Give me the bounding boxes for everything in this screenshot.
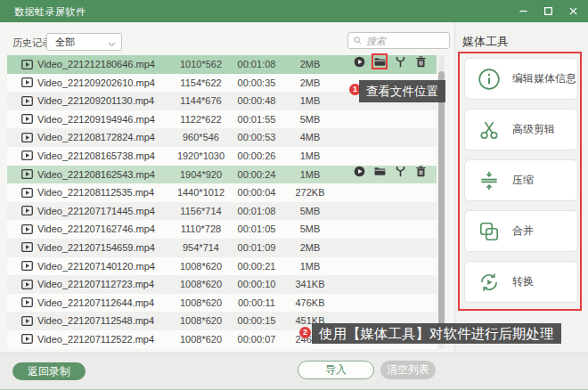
file-name: Video_221207162746.mp4 <box>37 220 155 239</box>
file-name: Video_221207171445.mp4 <box>37 202 155 221</box>
folder-icon[interactable] <box>373 166 386 178</box>
convert-icon <box>478 271 501 294</box>
file-size: 1MB <box>279 147 341 166</box>
file-name: Video_221209201130.mp4 <box>37 92 154 110</box>
media-tool-label: 转换 <box>512 274 534 289</box>
file-size: 476KB <box>279 294 341 313</box>
file-name: Video_221209202610.mp4 <box>37 74 155 93</box>
file-row[interactable]: Video_221207140120.mp41008*62000:00:211M… <box>7 257 437 276</box>
file-size: 2MB <box>279 55 341 74</box>
video-file-icon <box>21 169 33 179</box>
row-actions <box>353 166 427 178</box>
folder-icon[interactable] <box>373 55 386 68</box>
file-size: 272KB <box>279 183 341 202</box>
back-to-record-button[interactable]: 返回录制 <box>12 362 86 380</box>
import-button[interactable]: 导入 <box>298 361 374 379</box>
media-tool-label: 高级剪辑 <box>512 122 555 137</box>
media-tool-merge[interactable]: 合并 <box>464 210 578 252</box>
file-row[interactable]: Video_221208172824.mp4960*54600:00:534MB <box>7 128 437 147</box>
media-tool-scissors[interactable]: 高级剪辑 <box>464 109 578 150</box>
video-file-icon <box>21 316 33 326</box>
video-file-icon <box>21 150 33 160</box>
file-row[interactable]: Video_221207171445.mp41156*71400:01:085M… <box>7 202 437 221</box>
compress-icon <box>478 169 501 192</box>
window-controls <box>518 0 579 22</box>
clear-list-button[interactable]: 清空列表 <box>380 361 436 379</box>
file-name: Video_221207140120.mp4 <box>37 257 155 276</box>
file-size: 2MB <box>279 239 341 257</box>
video-file-icon <box>21 133 33 142</box>
media-tool-convert[interactable]: 转换 <box>464 261 578 303</box>
file-size: 341KB <box>279 275 341 294</box>
video-file-icon <box>21 242 33 252</box>
video-file-icon <box>21 188 33 198</box>
video-file-icon <box>21 261 33 271</box>
history-dropdown[interactable]: 全部 <box>46 33 122 51</box>
file-name: Video_221207112522.mp4 <box>37 330 154 349</box>
video-file-icon <box>21 280 33 289</box>
file-name: Video_221212180646.mp4 <box>37 55 155 74</box>
callout2-tooltip: 使用【媒体工具】对软件进行后期处理 <box>312 323 561 344</box>
maximize-button[interactable] <box>543 5 554 17</box>
scrollbar-thumb[interactable] <box>438 71 445 331</box>
file-size: 1MB <box>279 92 341 110</box>
file-name: Video_221208162543.mp4 <box>37 166 155 184</box>
file-row[interactable]: Video_221208112535.mp41440*101200:00:042… <box>7 183 437 202</box>
search-input[interactable] <box>366 33 446 48</box>
footer-bar: 返回录制 导入 清空列表 <box>0 353 588 390</box>
video-file-icon <box>21 114 33 124</box>
video-file-icon <box>21 334 33 344</box>
window-title: 数据蛙录屏软件 <box>14 5 86 19</box>
video-file-icon <box>21 224 33 234</box>
chevron-down-icon <box>107 37 117 47</box>
video-file-icon <box>21 60 33 69</box>
file-name: Video_221208172824.mp4 <box>37 128 155 147</box>
search-box[interactable] <box>347 32 450 49</box>
file-name: Video_221207154659.mp4 <box>37 239 155 257</box>
file-row[interactable]: Video_221207112723.mp41008*62000:00:1034… <box>7 275 437 294</box>
video-file-icon <box>21 297 33 307</box>
wrench-icon[interactable] <box>394 166 406 178</box>
file-size: 1MB <box>279 257 341 276</box>
file-row[interactable]: Video_221207162746.mp41110*72800:01:055M… <box>7 220 437 239</box>
video-file-icon <box>21 96 33 106</box>
history-dropdown-value: 全部 <box>55 37 75 47</box>
wrench-icon[interactable] <box>394 55 406 68</box>
merge-icon <box>478 220 501 243</box>
file-name: Video_221207112723.mp4 <box>37 275 154 294</box>
info-circle-icon <box>478 68 501 91</box>
media-tool-label: 合并 <box>512 223 534 239</box>
row-actions <box>353 55 427 68</box>
file-name: Video_221208165738.mp4 <box>37 147 155 166</box>
scissors-icon <box>478 118 501 142</box>
play-icon[interactable] <box>353 55 365 68</box>
file-size: 5MB <box>279 202 341 221</box>
file-size: 2MB <box>279 74 341 93</box>
file-row[interactable]: Video_221208165738.mp41920*103000:00:261… <box>7 147 437 166</box>
file-name: Video_221207112548.mp4 <box>37 312 154 330</box>
video-file-icon <box>21 77 33 87</box>
close-button[interactable] <box>568 5 579 17</box>
file-name: Video_221207112644.mp4 <box>37 294 154 313</box>
file-name: Video_221209194946.mp4 <box>37 110 155 129</box>
file-name: Video_221208112535.mp4 <box>37 183 154 202</box>
file-size: 5MB <box>279 220 341 239</box>
minimize-button[interactable] <box>518 5 529 17</box>
media-tool-info-circle[interactable]: 编辑媒体信息 <box>464 58 578 100</box>
file-row[interactable]: Video_221212180646.mp41010*56200:01:082M… <box>7 55 437 74</box>
media-tool-label: 编辑媒体信息 <box>512 71 576 86</box>
media-tool-label: 压缩 <box>512 173 534 188</box>
title-bar: 数据蛙录屏软件 <box>0 0 588 22</box>
callout2-badge: 2 <box>299 327 311 338</box>
file-row[interactable]: Video_221209194946.mp41122*62200:01:555M… <box>7 110 437 129</box>
file-row[interactable]: Video_221208162543.mp41904*92000:00:241M… <box>7 166 437 184</box>
play-icon[interactable] <box>353 166 365 178</box>
trash-icon[interactable] <box>414 166 427 178</box>
trash-icon[interactable] <box>414 55 427 68</box>
file-row[interactable]: Video_221207112644.mp41008*62000:00:1147… <box>7 294 437 313</box>
file-size: 1MB <box>279 166 341 184</box>
file-row[interactable]: Video_221207154659.mp4954*71400:01:092MB <box>7 239 437 257</box>
media-tool-compress[interactable]: 压缩 <box>464 159 578 201</box>
file-size: 4MB <box>279 128 341 147</box>
search-icon <box>353 36 363 45</box>
